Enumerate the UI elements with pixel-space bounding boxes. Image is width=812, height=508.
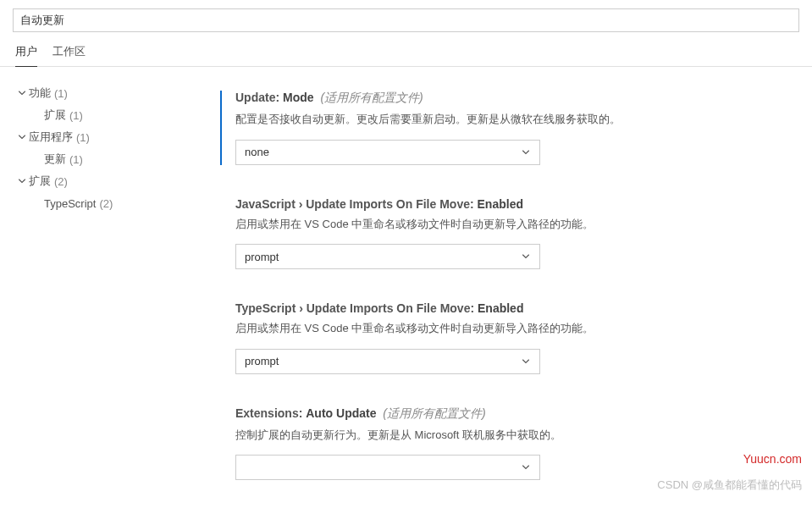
settings-scope-tabs: 用户 工作区 bbox=[0, 32, 812, 67]
toc-item-extensions-sub[interactable]: 扩展 (1) bbox=[15, 104, 203, 126]
toc-count: (1) bbox=[69, 153, 83, 166]
settings-toc: 功能 (1) 扩展 (1) 应用程序 (1) 更新 (1) 扩展 (2) Typ… bbox=[0, 67, 212, 499]
chevron-down-icon bbox=[521, 356, 531, 367]
watermark-site: Yuucn.com bbox=[743, 452, 802, 466]
setting-select-update-mode[interactable]: none bbox=[235, 140, 540, 165]
toc-item-features[interactable]: 功能 (1) bbox=[15, 82, 203, 104]
setting-scope: (适用所有配置文件) bbox=[320, 91, 423, 104]
setting-description: 启用或禁用在 VS Code 中重命名或移动文件时自动更新导入路径的功能。 bbox=[235, 320, 778, 337]
setting-description: 启用或禁用在 VS Code 中重命名或移动文件时自动更新导入路径的功能。 bbox=[235, 216, 778, 233]
setting-description: 控制扩展的自动更新行为。更新是从 Microsoft 联机服务中获取的。 bbox=[235, 427, 778, 444]
chevron-down-icon bbox=[15, 88, 29, 98]
setting-js-update-imports: JavaScript › Update Imports On File Move… bbox=[220, 197, 778, 270]
setting-name: Auto Update bbox=[306, 406, 376, 420]
setting-ts-update-imports: TypeScript › Update Imports On File Move… bbox=[220, 301, 778, 374]
toc-label: 应用程序 bbox=[29, 130, 73, 145]
watermark-author: CSDN @咸鱼都能看懂的代码 bbox=[657, 478, 802, 493]
select-value: prompt bbox=[245, 251, 279, 263]
setting-name: Enabled bbox=[478, 301, 523, 315]
tab-user[interactable]: 用户 bbox=[15, 44, 37, 67]
chevron-down-icon bbox=[15, 132, 29, 142]
tab-workspace[interactable]: 工作区 bbox=[52, 44, 86, 67]
chevron-down-icon bbox=[15, 176, 29, 186]
setting-title: Extensions: Auto Update (适用所有配置文件) bbox=[235, 406, 778, 422]
setting-update-mode: Update: Mode (适用所有配置文件) 配置是否接收自动更新。更改后需要… bbox=[220, 91, 778, 165]
settings-list: Update: Mode (适用所有配置文件) 配置是否接收自动更新。更改后需要… bbox=[212, 67, 812, 499]
setting-crumb: JavaScript › Update Imports On File Move… bbox=[235, 197, 478, 211]
setting-scope: (适用所有配置文件) bbox=[383, 406, 485, 420]
setting-crumb: TypeScript › Update Imports On File Move… bbox=[235, 301, 478, 315]
setting-select-js-update-imports[interactable]: prompt bbox=[235, 244, 540, 269]
setting-select-ts-update-imports[interactable]: prompt bbox=[235, 349, 540, 374]
setting-title: TypeScript › Update Imports On File Move… bbox=[235, 301, 778, 315]
toc-item-typescript[interactable]: TypeScript (2) bbox=[15, 192, 203, 214]
setting-crumb: Extensions: bbox=[235, 406, 306, 420]
chevron-down-icon bbox=[521, 462, 531, 472]
toc-count: (1) bbox=[76, 131, 90, 144]
toc-label: 扩展 bbox=[44, 108, 66, 123]
toc-label: 功能 bbox=[29, 86, 51, 101]
toc-count: (2) bbox=[54, 175, 68, 188]
toc-item-update[interactable]: 更新 (1) bbox=[15, 148, 203, 170]
toc-item-extensions[interactable]: 扩展 (2) bbox=[15, 170, 203, 192]
toc-count: (1) bbox=[69, 109, 83, 122]
setting-extensions-auto-update: Extensions: Auto Update (适用所有配置文件) 控制扩展的… bbox=[220, 406, 778, 481]
chevron-down-icon bbox=[521, 147, 531, 157]
setting-name: Mode bbox=[283, 91, 314, 104]
setting-crumb: Update: bbox=[235, 91, 283, 104]
settings-search-input[interactable] bbox=[13, 8, 799, 32]
setting-title: JavaScript › Update Imports On File Move… bbox=[235, 197, 778, 211]
select-value: prompt bbox=[245, 355, 279, 367]
toc-label: 扩展 bbox=[29, 174, 51, 189]
toc-label: TypeScript bbox=[44, 197, 96, 210]
toc-item-application[interactable]: 应用程序 (1) bbox=[15, 126, 203, 148]
setting-description: 配置是否接收自动更新。更改后需要重新启动。更新是从微软在线服务获取的。 bbox=[235, 111, 778, 128]
toc-count: (2) bbox=[99, 197, 113, 210]
setting-title: Update: Mode (适用所有配置文件) bbox=[235, 91, 778, 106]
setting-select-extensions-auto-update[interactable] bbox=[235, 455, 540, 480]
toc-label: 更新 bbox=[44, 152, 66, 167]
setting-name: Enabled bbox=[478, 197, 523, 211]
select-value: none bbox=[245, 146, 269, 158]
toc-count: (1) bbox=[54, 87, 68, 100]
chevron-down-icon bbox=[521, 251, 531, 262]
